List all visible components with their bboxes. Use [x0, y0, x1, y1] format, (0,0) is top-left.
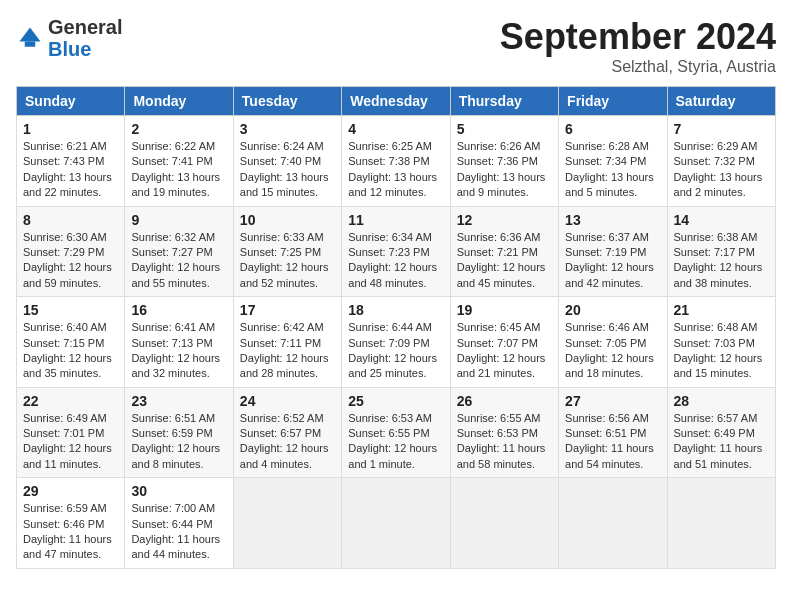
day-info: Sunrise: 6:21 AM Sunset: 7:43 PM Dayligh… — [23, 139, 118, 201]
calendar-cell: 21Sunrise: 6:48 AM Sunset: 7:03 PM Dayli… — [667, 297, 775, 388]
calendar-cell: 1Sunrise: 6:21 AM Sunset: 7:43 PM Daylig… — [17, 116, 125, 207]
day-number: 5 — [457, 121, 552, 137]
day-info: Sunrise: 6:44 AM Sunset: 7:09 PM Dayligh… — [348, 320, 443, 382]
day-number: 9 — [131, 212, 226, 228]
day-info: Sunrise: 6:55 AM Sunset: 6:53 PM Dayligh… — [457, 411, 552, 473]
calendar-cell: 18Sunrise: 6:44 AM Sunset: 7:09 PM Dayli… — [342, 297, 450, 388]
day-info: Sunrise: 6:22 AM Sunset: 7:41 PM Dayligh… — [131, 139, 226, 201]
logo-general-text: General — [48, 16, 122, 38]
day-number: 17 — [240, 302, 335, 318]
day-info: Sunrise: 6:29 AM Sunset: 7:32 PM Dayligh… — [674, 139, 769, 201]
calendar-cell: 15Sunrise: 6:40 AM Sunset: 7:15 PM Dayli… — [17, 297, 125, 388]
day-number: 10 — [240, 212, 335, 228]
day-info: Sunrise: 6:46 AM Sunset: 7:05 PM Dayligh… — [565, 320, 660, 382]
weekday-header-monday: Monday — [125, 87, 233, 116]
day-info: Sunrise: 6:42 AM Sunset: 7:11 PM Dayligh… — [240, 320, 335, 382]
day-number: 14 — [674, 212, 769, 228]
day-info: Sunrise: 6:40 AM Sunset: 7:15 PM Dayligh… — [23, 320, 118, 382]
calendar-cell: 11Sunrise: 6:34 AM Sunset: 7:23 PM Dayli… — [342, 206, 450, 297]
weekday-header-row: SundayMondayTuesdayWednesdayThursdayFrid… — [17, 87, 776, 116]
day-number: 15 — [23, 302, 118, 318]
weekday-header-friday: Friday — [559, 87, 667, 116]
day-number: 28 — [674, 393, 769, 409]
day-number: 2 — [131, 121, 226, 137]
calendar-cell — [450, 478, 558, 569]
day-number: 16 — [131, 302, 226, 318]
calendar-cell: 12Sunrise: 6:36 AM Sunset: 7:21 PM Dayli… — [450, 206, 558, 297]
logo-icon — [16, 24, 44, 52]
calendar-cell: 10Sunrise: 6:33 AM Sunset: 7:25 PM Dayli… — [233, 206, 341, 297]
day-info: Sunrise: 6:51 AM Sunset: 6:59 PM Dayligh… — [131, 411, 226, 473]
day-number: 7 — [674, 121, 769, 137]
week-row-5: 29Sunrise: 6:59 AM Sunset: 6:46 PM Dayli… — [17, 478, 776, 569]
month-title: September 2024 — [500, 16, 776, 58]
day-info: Sunrise: 6:34 AM Sunset: 7:23 PM Dayligh… — [348, 230, 443, 292]
day-number: 18 — [348, 302, 443, 318]
day-number: 29 — [23, 483, 118, 499]
day-info: Sunrise: 6:26 AM Sunset: 7:36 PM Dayligh… — [457, 139, 552, 201]
calendar-cell: 27Sunrise: 6:56 AM Sunset: 6:51 PM Dayli… — [559, 387, 667, 478]
day-info: Sunrise: 6:30 AM Sunset: 7:29 PM Dayligh… — [23, 230, 118, 292]
week-row-2: 8Sunrise: 6:30 AM Sunset: 7:29 PM Daylig… — [17, 206, 776, 297]
week-row-1: 1Sunrise: 6:21 AM Sunset: 7:43 PM Daylig… — [17, 116, 776, 207]
calendar-cell: 7Sunrise: 6:29 AM Sunset: 7:32 PM Daylig… — [667, 116, 775, 207]
calendar-cell: 9Sunrise: 6:32 AM Sunset: 7:27 PM Daylig… — [125, 206, 233, 297]
day-info: Sunrise: 6:49 AM Sunset: 7:01 PM Dayligh… — [23, 411, 118, 473]
calendar-cell — [667, 478, 775, 569]
calendar-cell: 8Sunrise: 6:30 AM Sunset: 7:29 PM Daylig… — [17, 206, 125, 297]
calendar-cell: 26Sunrise: 6:55 AM Sunset: 6:53 PM Dayli… — [450, 387, 558, 478]
weekday-header-saturday: Saturday — [667, 87, 775, 116]
day-info: Sunrise: 6:48 AM Sunset: 7:03 PM Dayligh… — [674, 320, 769, 382]
day-number: 3 — [240, 121, 335, 137]
day-number: 6 — [565, 121, 660, 137]
calendar-cell: 3Sunrise: 6:24 AM Sunset: 7:40 PM Daylig… — [233, 116, 341, 207]
weekday-header-sunday: Sunday — [17, 87, 125, 116]
day-number: 23 — [131, 393, 226, 409]
day-number: 13 — [565, 212, 660, 228]
calendar-cell: 20Sunrise: 6:46 AM Sunset: 7:05 PM Dayli… — [559, 297, 667, 388]
week-row-4: 22Sunrise: 6:49 AM Sunset: 7:01 PM Dayli… — [17, 387, 776, 478]
day-info: Sunrise: 6:33 AM Sunset: 7:25 PM Dayligh… — [240, 230, 335, 292]
location-title: Selzthal, Styria, Austria — [500, 58, 776, 76]
day-info: Sunrise: 6:57 AM Sunset: 6:49 PM Dayligh… — [674, 411, 769, 473]
logo-blue-text: Blue — [48, 38, 91, 60]
day-info: Sunrise: 6:41 AM Sunset: 7:13 PM Dayligh… — [131, 320, 226, 382]
day-info: Sunrise: 6:53 AM Sunset: 6:55 PM Dayligh… — [348, 411, 443, 473]
day-number: 1 — [23, 121, 118, 137]
day-info: Sunrise: 6:59 AM Sunset: 6:46 PM Dayligh… — [23, 501, 118, 563]
calendar-cell: 24Sunrise: 6:52 AM Sunset: 6:57 PM Dayli… — [233, 387, 341, 478]
day-info: Sunrise: 6:52 AM Sunset: 6:57 PM Dayligh… — [240, 411, 335, 473]
day-number: 21 — [674, 302, 769, 318]
logo: General Blue — [16, 16, 122, 60]
day-number: 25 — [348, 393, 443, 409]
weekday-header-wednesday: Wednesday — [342, 87, 450, 116]
calendar-cell: 16Sunrise: 6:41 AM Sunset: 7:13 PM Dayli… — [125, 297, 233, 388]
day-number: 22 — [23, 393, 118, 409]
calendar-cell — [559, 478, 667, 569]
calendar-cell: 2Sunrise: 6:22 AM Sunset: 7:41 PM Daylig… — [125, 116, 233, 207]
day-number: 26 — [457, 393, 552, 409]
day-info: Sunrise: 6:56 AM Sunset: 6:51 PM Dayligh… — [565, 411, 660, 473]
weekday-header-thursday: Thursday — [450, 87, 558, 116]
day-info: Sunrise: 6:28 AM Sunset: 7:34 PM Dayligh… — [565, 139, 660, 201]
calendar-cell: 17Sunrise: 6:42 AM Sunset: 7:11 PM Dayli… — [233, 297, 341, 388]
calendar-table: SundayMondayTuesdayWednesdayThursdayFrid… — [16, 86, 776, 569]
calendar-cell: 13Sunrise: 6:37 AM Sunset: 7:19 PM Dayli… — [559, 206, 667, 297]
calendar-cell: 19Sunrise: 6:45 AM Sunset: 7:07 PM Dayli… — [450, 297, 558, 388]
calendar-cell: 25Sunrise: 6:53 AM Sunset: 6:55 PM Dayli… — [342, 387, 450, 478]
day-info: Sunrise: 6:45 AM Sunset: 7:07 PM Dayligh… — [457, 320, 552, 382]
day-info: Sunrise: 7:00 AM Sunset: 6:44 PM Dayligh… — [131, 501, 226, 563]
day-number: 19 — [457, 302, 552, 318]
title-block: September 2024 Selzthal, Styria, Austria — [500, 16, 776, 76]
calendar-cell — [342, 478, 450, 569]
day-number: 20 — [565, 302, 660, 318]
calendar-cell — [233, 478, 341, 569]
day-number: 12 — [457, 212, 552, 228]
weekday-header-tuesday: Tuesday — [233, 87, 341, 116]
day-info: Sunrise: 6:24 AM Sunset: 7:40 PM Dayligh… — [240, 139, 335, 201]
day-number: 4 — [348, 121, 443, 137]
day-number: 27 — [565, 393, 660, 409]
calendar-cell: 22Sunrise: 6:49 AM Sunset: 7:01 PM Dayli… — [17, 387, 125, 478]
day-info: Sunrise: 6:37 AM Sunset: 7:19 PM Dayligh… — [565, 230, 660, 292]
svg-rect-1 — [25, 42, 36, 47]
